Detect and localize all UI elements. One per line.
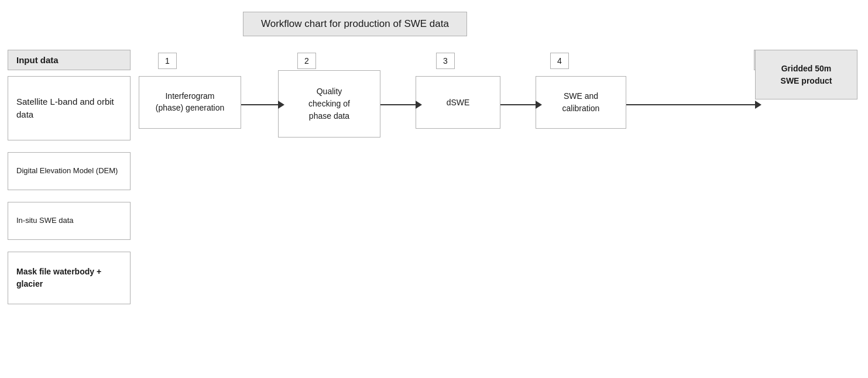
input-satellite-band: Satellite L-band and orbit data xyxy=(8,76,131,140)
step-number-2: 2 xyxy=(297,53,316,69)
input-satellite-band-label: Satellite L-band and orbit data xyxy=(16,95,122,122)
arrow-2 xyxy=(380,101,422,109)
arrow-1 xyxy=(241,101,284,109)
process-quality-check-label: Qualitychecking ofphase data xyxy=(308,85,350,122)
process-interferogram-label: Interferogram(phase) generation xyxy=(156,91,225,114)
chart-title: Workflow chart for production of SWE dat… xyxy=(243,12,467,36)
arrow-4 xyxy=(626,101,761,109)
arrow-3 xyxy=(500,101,542,109)
page: Workflow chart for production of SWE dat… xyxy=(0,0,868,378)
input-dem-label: Digital Elevation Model (DEM) xyxy=(16,166,118,176)
input-insitu-swe: In-situ SWE data xyxy=(8,202,131,240)
step-number-4: 4 xyxy=(550,53,569,69)
step-number-3: 3 xyxy=(436,53,455,69)
process-swe-calibration-label: SWE andcalibration xyxy=(562,90,600,115)
input-data-label: Input data xyxy=(8,50,131,70)
process-swe-calibration: SWE andcalibration xyxy=(536,76,626,129)
input-dem: Digital Elevation Model (DEM) xyxy=(8,152,131,190)
step-number-1: 1 xyxy=(158,53,177,69)
input-insitu-swe-label: In-situ SWE data xyxy=(16,215,74,226)
process-dswe-label: dSWE xyxy=(447,98,470,107)
input-mask-file-label: Mask file waterbody + glacier xyxy=(16,266,122,290)
input-mask-file: Mask file waterbody + glacier xyxy=(8,252,131,304)
process-dswe: dSWE xyxy=(416,76,500,129)
process-gridded-swe: Gridded 50mSWE product xyxy=(755,50,857,99)
process-gridded-swe-label: Gridded 50mSWE product xyxy=(781,63,832,87)
process-quality-check: Qualitychecking ofphase data xyxy=(278,70,380,138)
process-interferogram: Interferogram(phase) generation xyxy=(139,76,241,129)
